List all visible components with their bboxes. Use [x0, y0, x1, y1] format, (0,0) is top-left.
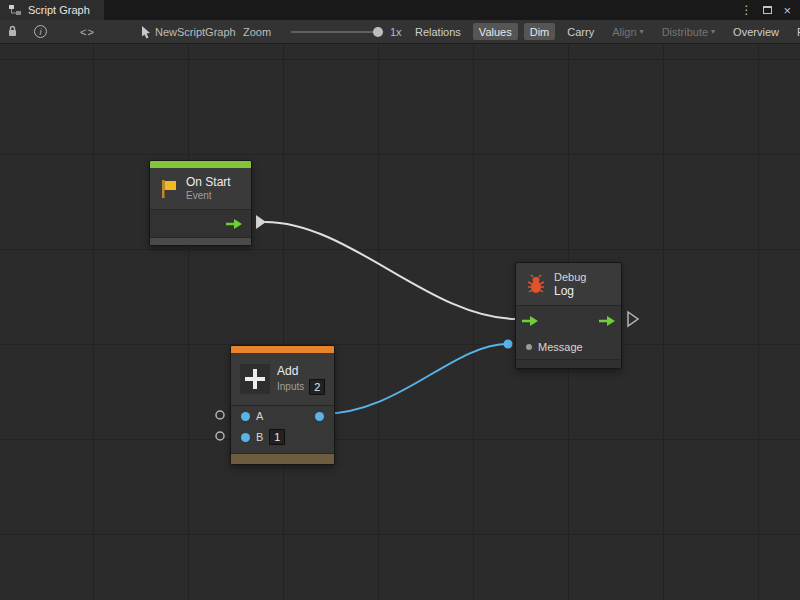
zoom-value: 1x [390, 20, 402, 43]
node-debug-log[interactable]: Debug Log Message [515, 262, 622, 369]
node-subtitle: Event [186, 190, 231, 202]
trigger-output-port[interactable] [225, 218, 243, 230]
port-a-output[interactable] [315, 412, 324, 421]
port-a-label: A [256, 410, 263, 422]
close-icon[interactable]: × [783, 4, 791, 17]
toolbar-button-align[interactable]: Align ▾ [606, 23, 649, 40]
chevron-down-icon: ▾ [711, 28, 715, 36]
node-on-start[interactable]: On Start Event [149, 160, 252, 246]
message-port-label: Message [538, 341, 583, 353]
graph-name-label[interactable]: NewScriptGraph [155, 20, 236, 43]
node-debug-trigger-row [516, 305, 621, 335]
inputs-count-field[interactable]: 2 [309, 379, 325, 395]
node-title: Add [277, 364, 325, 379]
zoom-slider-handle[interactable] [373, 27, 383, 37]
operator-accent-strip [231, 346, 334, 353]
toolbar-button-relations[interactable]: Relations [409, 23, 467, 40]
zoom-label: Zoom [243, 20, 271, 43]
flag-icon [159, 178, 179, 200]
code-icon[interactable]: <> [80, 20, 95, 43]
toolbar-button-align-label: Align [612, 26, 636, 38]
trigger-output-port[interactable] [598, 315, 616, 327]
node-add[interactable]: Add Inputs 2 A B 1 [230, 345, 335, 465]
window-controls: ⋮ × [740, 0, 800, 20]
script-graph-window: Script Graph ⋮ × i <> NewScriptGraph Zoo… [0, 0, 800, 600]
node-footer [516, 359, 621, 368]
info-icon-glyph: i [34, 25, 47, 38]
inputs-label: Inputs [277, 381, 304, 393]
event-accent-strip [150, 161, 251, 168]
toolbar-button-fullscreen[interactable]: Full S [791, 23, 800, 40]
menu-icon[interactable]: ⋮ [740, 4, 752, 16]
zoom-slider[interactable] [291, 20, 383, 43]
toolbar-button-values[interactable]: Values [473, 23, 518, 40]
toolbar-button-distribute-label: Distribute [662, 26, 708, 38]
port-b-value-field[interactable]: 1 [269, 429, 285, 445]
code-icon-glyph: <> [80, 26, 95, 38]
bug-icon [525, 273, 547, 295]
node-add-port-a-row: A [231, 405, 334, 426]
toolbar-button-overview[interactable]: Overview [727, 23, 785, 40]
toolbar-button-distribute[interactable]: Distribute ▾ [656, 23, 721, 40]
add-port-a-external-stub[interactable] [216, 411, 224, 419]
node-add-port-b-row: B 1 [231, 426, 334, 448]
wires-layer [0, 44, 800, 600]
tab-script-graph[interactable]: Script Graph [0, 0, 104, 20]
tab-title: Script Graph [28, 4, 90, 16]
toolbar-button-dim[interactable]: Dim [524, 23, 556, 40]
toolbar-buttons: Relations Values Dim Carry Align ▾ Distr… [409, 20, 800, 43]
chevron-down-icon: ▾ [640, 28, 644, 36]
node-debug-log-header: Debug Log [516, 263, 621, 305]
port-b-input[interactable] [241, 433, 250, 442]
value-wire[interactable] [321, 344, 508, 414]
info-icon[interactable]: i [34, 20, 47, 43]
control-wire-start-cap [256, 215, 266, 229]
value-wire-end-cap [504, 340, 513, 349]
debug-output-external-stub[interactable] [628, 312, 638, 326]
plus-icon [240, 364, 270, 394]
titlebar: Script Graph ⋮ × [0, 0, 800, 20]
node-on-start-port-row [150, 209, 251, 237]
message-input-port[interactable] [526, 344, 532, 350]
node-add-header: Add Inputs 2 [231, 353, 334, 405]
toolbar: i <> NewScriptGraph Zoom 1x Relations Va… [0, 20, 800, 44]
node-on-start-header: On Start Event [150, 168, 251, 209]
toolbar-button-carry[interactable]: Carry [561, 23, 600, 40]
node-title: On Start [186, 175, 231, 190]
graph-canvas[interactable]: On Start Event [0, 44, 800, 600]
node-footer [231, 453, 334, 464]
maximize-icon[interactable] [763, 6, 772, 14]
node-debug-message-row: Message [516, 335, 621, 359]
control-wire[interactable] [265, 222, 517, 319]
node-title: Debug [554, 270, 586, 284]
node-footer [150, 237, 251, 245]
graph-icon [8, 4, 22, 16]
add-port-b-external-stub[interactable] [216, 432, 224, 440]
port-a-input[interactable] [241, 412, 250, 421]
zoom-slider-track[interactable] [291, 31, 383, 33]
trigger-input-port[interactable] [521, 315, 539, 327]
port-b-label: B [256, 431, 263, 443]
lock-icon[interactable] [7, 20, 18, 43]
pointer-icon [140, 20, 152, 43]
node-subtitle: Log [554, 284, 586, 299]
